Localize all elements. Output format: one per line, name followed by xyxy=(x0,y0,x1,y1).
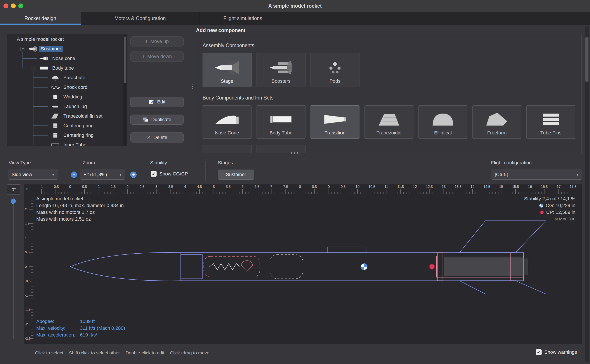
window-scrollbar[interactable] xyxy=(585,26,589,362)
window-scrollbar-thumb[interactable] xyxy=(585,37,589,82)
svg-text:5,5: 5,5 xyxy=(226,185,231,188)
component-button-tube-fins[interactable]: Tube Fins xyxy=(526,105,575,139)
tab-flight-simulations[interactable]: Flight simulations xyxy=(200,12,286,25)
action-label: Move down xyxy=(147,54,172,59)
tree-item-wadding[interactable]: Wadding xyxy=(7,92,123,102)
svg-text:11: 11 xyxy=(384,185,388,188)
cp-readout: CP: 12,589 in xyxy=(524,209,575,216)
move-up-button[interactable]: ↑Move up xyxy=(130,36,184,46)
bodytube-icon xyxy=(38,65,50,71)
launch-lug-outline xyxy=(327,247,366,253)
component-label: Body Tube xyxy=(269,130,292,136)
rocket-figure[interactable] xyxy=(70,221,546,294)
svg-text:0: 0 xyxy=(69,185,71,188)
rotation-slider[interactable] xyxy=(13,197,14,339)
tab-rocket-design[interactable]: Rocket design xyxy=(0,12,81,25)
tree-item-parachute[interactable]: Parachute xyxy=(7,73,123,83)
zoom-in-button[interactable]: + xyxy=(130,171,137,178)
zoom-out-button[interactable]: − xyxy=(71,171,77,178)
component-label: Stage xyxy=(221,78,233,84)
component-label: Tube Fins xyxy=(540,130,561,136)
rocket-info-line: Mass with motors 2,51 oz xyxy=(36,216,124,222)
component-button-freeform[interactable]: Freeform xyxy=(472,105,521,139)
flight-config-select[interactable]: [C6-5] ▾ xyxy=(491,169,582,180)
tree-item-nose-cone[interactable]: Nose cone xyxy=(7,54,123,63)
rocket-view-canvas[interactable]: in-1-0,500,511,522,533,544,555,566,577,5… xyxy=(24,184,582,344)
chevron-down-icon: ▾ xyxy=(573,172,578,177)
component-button-trapezoidal[interactable]: Trapezoidal xyxy=(364,105,413,139)
view-type-value: Side view xyxy=(12,172,32,177)
component-button-nose-cone[interactable]: Nose Cone xyxy=(202,105,252,139)
tree-item-label: Sustainer xyxy=(39,46,63,52)
component-button-transition[interactable]: Transition xyxy=(310,105,359,139)
flight-config-value: [C6-5] xyxy=(495,172,508,177)
tube-fins-icon xyxy=(537,110,565,129)
stage-toggle-sustainer[interactable]: Sustainer xyxy=(218,169,254,180)
tree-item-label: Parachute xyxy=(63,74,85,81)
svg-text:11,5: 11,5 xyxy=(397,185,404,188)
svg-text:1,5: 1,5 xyxy=(25,222,29,225)
top-ruler: in-1-0,500,511,522,533,544,555,566,577,5… xyxy=(26,185,577,194)
component-button-elliptical[interactable]: Elliptical xyxy=(418,105,467,139)
component-button-body-tube[interactable]: Body Tube xyxy=(256,105,306,139)
duplicate-button[interactable]: Duplicate xyxy=(130,115,184,125)
mach-note: at M=0,300 xyxy=(524,216,575,222)
show-cgcp-checkbox[interactable]: ✓ Show CG/CP xyxy=(151,171,188,177)
tree-item-launch-lug[interactable]: Launch lug xyxy=(7,102,123,111)
tree-item-label: Inner Tube xyxy=(63,142,86,146)
component-button-stage[interactable]: Stage xyxy=(202,53,252,87)
tab-motors-configuration[interactable]: Motors & Configuration xyxy=(81,12,200,25)
parachute-drawing xyxy=(241,260,253,272)
component-label: Nose Cone xyxy=(215,130,239,136)
tree-item-sustainer[interactable]: −Sustainer xyxy=(7,44,123,54)
tree-item-centering-ring[interactable]: Centering ring xyxy=(7,121,123,130)
tree-scrollbar-thumb[interactable] xyxy=(124,36,126,83)
tree-item-label: Centering ring xyxy=(63,123,94,129)
rotation-angle-box: 0° xyxy=(7,184,21,195)
show-warnings-checkbox[interactable]: ✓ Show warnings xyxy=(536,349,577,355)
move-down-button[interactable]: ↓Move down xyxy=(130,52,184,62)
delete-button[interactable]: ✕Delete xyxy=(130,132,184,143)
tree-scrollbar[interactable] xyxy=(123,34,127,146)
component-label: Trapezoidal xyxy=(376,130,402,136)
stability-line: Stability:2,4 cal / 14,1 % xyxy=(524,195,575,202)
tree-item-label: Launch lug xyxy=(63,103,87,110)
cg-readout: CG: 10,229 in xyxy=(524,202,575,209)
view-type-select[interactable]: Side view ▾ xyxy=(8,169,58,180)
tree-collapse-icon[interactable]: − xyxy=(31,66,35,70)
svg-text:15,5: 15,5 xyxy=(512,185,519,188)
tree-item-body-tube[interactable]: −Body tube xyxy=(7,63,123,73)
component-button-boosters[interactable]: Boosters xyxy=(256,53,306,87)
rocket-info-line: Mass with no motors 1,7 oz xyxy=(36,209,124,216)
tree-item-a-simple-model-rocket[interactable]: A simple model rocket xyxy=(7,34,123,44)
show-cgcp-label: Show CG/CP xyxy=(159,171,188,177)
stability-readout: Stability:2,4 cal / 14,1 % CG: 10,229 in… xyxy=(524,195,575,222)
zoom-select[interactable]: Fit (51,3%) ▾ xyxy=(80,169,125,180)
ring-icon xyxy=(49,132,61,139)
window-title: A simple model rocket xyxy=(0,0,590,12)
tree-item-inner-tube[interactable]: Inner Tube xyxy=(7,140,123,146)
rotation-slider-thumb[interactable] xyxy=(11,199,16,204)
add-component-title: Add new component xyxy=(196,27,245,33)
tree-item-shock-cord[interactable]: Shock cord xyxy=(7,83,123,92)
flight-data-label: Apogee: xyxy=(36,318,80,325)
pods-icon xyxy=(321,58,349,77)
tree-item-centering-ring[interactable]: Centering ring xyxy=(7,130,123,140)
component-button-partial[interactable] xyxy=(202,145,252,153)
bottom-splitter-handle[interactable]: ••• xyxy=(290,150,299,156)
component-label: Transition xyxy=(324,130,345,136)
svg-text:16: 16 xyxy=(528,185,532,188)
tree-collapse-icon[interactable]: − xyxy=(20,47,25,51)
duplicate-icon xyxy=(143,117,149,123)
show-warnings-label: Show warnings xyxy=(544,349,577,355)
zoom-label: Zoom: xyxy=(83,160,96,166)
svg-text:0: 0 xyxy=(25,265,27,268)
rocket-info-block: A simple model rocketLength 16,748 in, m… xyxy=(36,195,124,222)
tree-item-trapezoidal-fin-set[interactable]: Trapezoidal fin set xyxy=(7,111,123,121)
svg-text:7: 7 xyxy=(270,185,272,188)
wadding-outline xyxy=(270,255,303,279)
status-hint: Click+drag to move xyxy=(170,350,209,356)
edit-button[interactable]: Edit xyxy=(130,97,184,107)
svg-text:-2: -2 xyxy=(25,322,28,326)
component-button-pods[interactable]: Pods xyxy=(310,53,359,87)
